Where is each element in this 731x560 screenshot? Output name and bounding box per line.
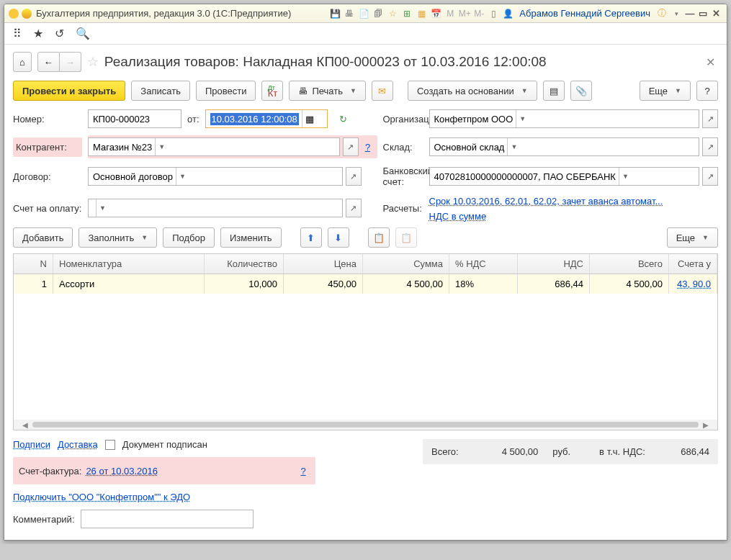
star-icon[interactable]: ☆ — [87, 54, 99, 70]
fav-icon[interactable]: ☆ — [387, 8, 398, 19]
partner-help-icon[interactable]: ? — [362, 137, 375, 156]
pick-button[interactable]: Подбор — [163, 227, 215, 248]
home-button[interactable]: ⌂ — [13, 52, 32, 72]
bank-label: Банковский счет: — [383, 166, 423, 187]
invoice-field[interactable]: ▼ — [88, 199, 343, 217]
maximize-button[interactable]: ▭ — [696, 8, 709, 19]
date-field[interactable]: 10.03.2016 12:00:08 ▦ — [205, 109, 328, 128]
close-form-button[interactable]: ✕ — [703, 53, 718, 72]
mail-button[interactable]: ✉ — [372, 81, 393, 101]
accounts-link[interactable]: 43, 90.0 — [677, 279, 711, 289]
compare-icon[interactable]: 🗐 — [372, 8, 384, 19]
post-and-close-button[interactable]: Провести и закрыть — [13, 81, 125, 101]
delivery-link[interactable]: Доставка — [58, 439, 98, 450]
col-price[interactable]: Цена — [284, 254, 363, 274]
table-more-button[interactable]: Еще▼ — [667, 227, 718, 248]
write-button[interactable]: Записать — [131, 81, 190, 101]
m-minus-icon[interactable]: M- — [473, 8, 485, 19]
fill-button[interactable]: Заполнить▼ — [79, 227, 157, 248]
m-plus-icon[interactable]: M+ — [459, 8, 470, 19]
sf-label: Счет-фактура: — [19, 466, 81, 477]
add-button[interactable]: Добавить — [13, 227, 73, 248]
panel-icon[interactable]: ▯ — [488, 8, 499, 19]
col-acc[interactable]: Счета у — [669, 254, 717, 274]
calendar-icon[interactable]: ▦ — [302, 110, 318, 127]
vat-link[interactable]: НДС в сумме — [429, 211, 719, 222]
open-contract-button[interactable]: ↗ — [346, 167, 362, 186]
struct-button[interactable]: ▤ — [543, 81, 565, 101]
number-field[interactable]: КП00-000023 — [88, 109, 181, 128]
edo-link[interactable]: Подключить "ООО "Конфетпром"" к ЭДО — [13, 492, 190, 502]
contract-field[interactable]: Основной договор▼ — [88, 167, 343, 186]
dd-icon[interactable]: ▾ — [671, 8, 682, 19]
dtkt-button[interactable]: ДтКт — [261, 81, 283, 101]
print-icon[interactable]: 🖶 — [344, 8, 355, 19]
more-button[interactable]: Еще▼ — [640, 81, 691, 101]
info-icon[interactable]: ⓘ — [656, 8, 668, 19]
calc-link[interactable]: Срок 10.03.2016, 62.01, 62.02, зачет ава… — [429, 196, 719, 207]
org-field[interactable]: Конфетпром ООО▼ — [429, 109, 700, 128]
chevron-down-icon[interactable]: ▼ — [507, 138, 520, 155]
favorites-icon[interactable]: ★ — [33, 27, 43, 40]
print-button[interactable]: 🖶Печать▼ — [289, 81, 366, 101]
col-nom[interactable]: Номенклатура — [53, 254, 205, 274]
minimize-button[interactable]: — — [683, 8, 696, 19]
attach-button[interactable]: 📎 — [570, 81, 592, 101]
wh-field[interactable]: Основной склад▼ — [429, 137, 700, 156]
edit-button[interactable]: Изменить — [220, 227, 282, 248]
col-sum[interactable]: Сумма — [363, 254, 449, 274]
refresh-icon[interactable]: ↻ — [339, 114, 347, 125]
total-value: 4 500,00 — [502, 446, 539, 457]
user-name[interactable]: Абрамов Геннадий Сергеевич — [519, 8, 650, 19]
move-up-button[interactable]: ⬆ — [300, 227, 322, 248]
col-qty[interactable]: Количество — [205, 254, 284, 274]
col-n[interactable]: N — [14, 254, 53, 274]
move-down-button[interactable]: ⬇ — [328, 227, 349, 248]
h-scrollbar[interactable]: ◀▶ — [14, 420, 717, 430]
signatures-link[interactable]: Подписи — [13, 439, 50, 450]
history-icon[interactable]: ↺ — [55, 27, 64, 40]
table-icon[interactable]: ▦ — [416, 8, 427, 19]
save-icon[interactable]: 💾 — [329, 8, 341, 19]
nav-back-button[interactable]: ← — [37, 52, 60, 72]
signed-checkbox[interactable] — [105, 440, 115, 450]
comment-label: Комментарий: — [13, 514, 75, 525]
m-icon[interactable]: M — [444, 8, 456, 19]
doc-icon[interactable]: 📄 — [358, 8, 369, 19]
col-vat[interactable]: НДС — [518, 254, 590, 274]
bank-field[interactable]: 40702810000000000007, ПАО СБЕРБАНК▼ — [429, 167, 700, 186]
chevron-down-icon[interactable]: ▼ — [619, 168, 632, 185]
chevron-down-icon[interactable]: ▼ — [516, 110, 529, 127]
chevron-down-icon[interactable]: ▼ — [176, 168, 189, 185]
create-base-button[interactable]: Создать на основании▼ — [408, 81, 537, 101]
open-bank-button[interactable]: ↗ — [702, 167, 718, 186]
calendar-icon[interactable]: 📅 — [430, 8, 441, 19]
main-toolbar: ⠿ ★ ↺ 🔍 — [4, 23, 727, 45]
apps-icon[interactable]: ⠿ — [13, 27, 22, 40]
col-vatp[interactable]: % НДС — [449, 254, 518, 274]
paste-button[interactable]: 📋 — [395, 227, 417, 248]
open-wh-button[interactable]: ↗ — [702, 137, 718, 156]
chevron-down-icon[interactable]: ▼ — [155, 138, 168, 155]
help-button[interactable]: ? — [696, 81, 718, 101]
sf-link[interactable]: 26 от 10.03.2016 — [86, 466, 158, 477]
open-partner-button[interactable]: ↗ — [343, 137, 359, 156]
chevron-down-icon[interactable]: ▼ — [96, 199, 109, 217]
contract-label: Договор: — [13, 171, 82, 182]
chevron-down-icon: ▼ — [702, 234, 709, 241]
copy-button[interactable]: 📋 — [368, 227, 390, 248]
nav-fwd-button[interactable]: → — [60, 52, 81, 72]
open-invoice-button[interactable]: ↗ — [346, 199, 362, 217]
table-row[interactable]: 1 Ассорти 10,000 450,00 4 500,00 18% 686… — [14, 274, 717, 294]
open-org-button[interactable]: ↗ — [702, 109, 718, 128]
post-button[interactable]: Провести — [196, 81, 256, 101]
comment-field[interactable] — [81, 510, 254, 528]
col-tot[interactable]: Всего — [590, 254, 669, 274]
search-icon[interactable]: 🔍 — [76, 27, 90, 40]
calc-icon[interactable]: ⊞ — [401, 8, 413, 19]
titlebar-text: Бухгалтерия предприятия, редакция 3.0 (1… — [36, 8, 291, 19]
sf-help-icon[interactable]: ? — [297, 461, 310, 480]
partner-field[interactable]: Магазин №23▼ — [88, 137, 340, 156]
total-label: Всего: — [431, 446, 459, 457]
close-button[interactable]: ✕ — [709, 8, 722, 19]
